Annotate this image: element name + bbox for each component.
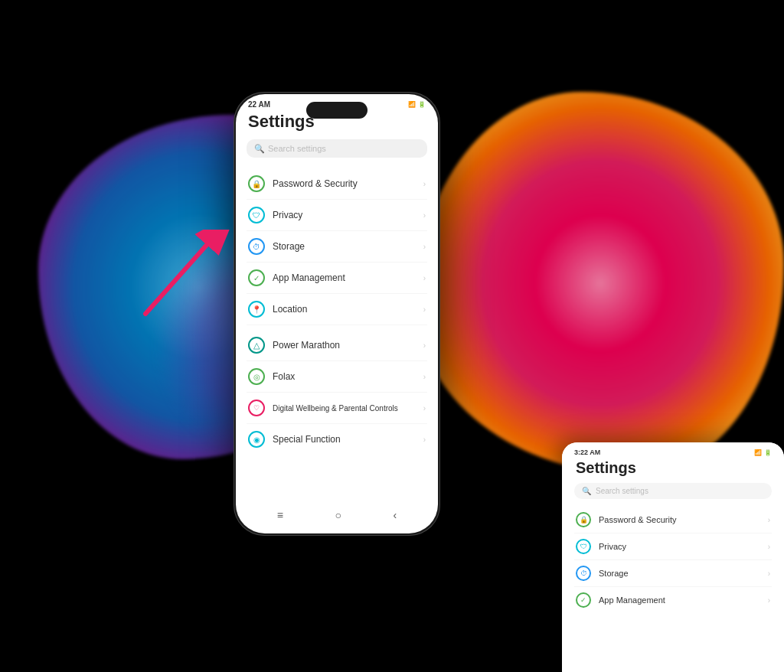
chevron-icon: ›	[423, 305, 426, 314]
phone-screen: 22 AM 📶 🔋 Settings 🔍 Search settings 🔒 P…	[236, 94, 438, 533]
settings-item-digital-wellbeing[interactable]: ♡ Digital Wellbeing & Parental Controls …	[247, 393, 427, 424]
status-time: 22 AM	[248, 100, 270, 109]
chevron-icon: ›	[423, 341, 426, 350]
settings-item-privacy[interactable]: 🛡 Privacy ›	[247, 200, 427, 231]
sec-item-app-management[interactable]: ✓ App Management ›	[574, 587, 772, 613]
phone-nav: ≡ ○ ‹	[236, 504, 438, 526]
search-bar[interactable]: 🔍 Search settings	[247, 139, 427, 158]
arrow-pointer	[138, 230, 230, 321]
privacy-icon: 🛡	[248, 207, 265, 223]
special-function-icon: ◉	[248, 431, 265, 448]
item-label-power-marathon: Power Marathon	[273, 340, 423, 351]
item-label-privacy: Privacy	[273, 210, 423, 220]
sec-label-password: Password & Security	[599, 515, 768, 524]
chevron-icon: ›	[423, 404, 426, 413]
app-management-icon: ✓	[248, 269, 265, 286]
back-button[interactable]: ‹	[394, 509, 397, 521]
item-label-digital-wellbeing: Digital Wellbeing & Parental Controls	[273, 403, 423, 413]
item-label-special-function: Special Function	[273, 434, 423, 445]
chevron-icon: ›	[423, 180, 426, 188]
battery-icon: 🔋	[418, 101, 426, 108]
menu-button[interactable]: ≡	[277, 509, 283, 521]
secondary-battery-icon: 🔋	[764, 449, 772, 456]
phone-notch	[306, 102, 368, 119]
settings-item-special-function[interactable]: ◉ Special Function ›	[247, 424, 427, 455]
sec-item-privacy[interactable]: 🛡 Privacy ›	[574, 533, 772, 560]
secondary-search-bar[interactable]: 🔍 Search settings	[574, 483, 772, 499]
chevron-icon: ›	[423, 274, 426, 282]
sec-chevron: ›	[768, 543, 770, 551]
chevron-icon: ›	[423, 373, 426, 381]
home-button[interactable]: ○	[335, 509, 341, 521]
phone-main: 22 AM 📶 🔋 Settings 🔍 Search settings 🔒 P…	[234, 92, 440, 536]
sec-chevron: ›	[768, 596, 770, 605]
sec-app-mgmt-icon: ✓	[576, 592, 591, 608]
secondary-screen-content: Settings 🔍 Search settings 🔒 Password & …	[562, 459, 784, 613]
secondary-search-icon: 🔍	[582, 487, 591, 495]
item-label-password: Password & Security	[273, 178, 423, 189]
storage-icon: ⏱	[248, 238, 265, 255]
chevron-icon: ›	[423, 435, 426, 444]
secondary-page-title: Settings	[574, 459, 772, 477]
folax-icon: ◎	[248, 368, 265, 385]
phone-secondary: 3:22 AM 📶 🔋 Settings 🔍 Search settings 🔒…	[562, 442, 784, 672]
sec-password-icon: 🔒	[576, 512, 591, 527]
settings-item-app-management[interactable]: ✓ App Management ›	[247, 263, 427, 294]
item-label-location: Location	[273, 304, 423, 315]
power-marathon-icon: △	[248, 337, 265, 354]
secondary-status-bar: 3:22 AM 📶 🔋	[562, 442, 784, 459]
sec-label-storage: Storage	[599, 569, 768, 578]
secondary-wifi-icon: 📶	[754, 449, 762, 456]
item-label-folax: Folax	[273, 371, 423, 382]
digital-wellbeing-icon: ♡	[248, 400, 265, 416]
item-label-app-management: App Management	[273, 272, 423, 283]
sec-label-app-management: App Management	[599, 595, 768, 605]
settings-item-power-marathon[interactable]: △ Power Marathon ›	[247, 330, 427, 361]
sec-item-storage[interactable]: ⏱ Storage ›	[574, 560, 772, 587]
password-icon: 🔒	[248, 175, 265, 192]
sec-label-privacy: Privacy	[599, 542, 768, 551]
sec-privacy-icon: 🛡	[576, 539, 591, 554]
svg-line-1	[145, 245, 207, 314]
chevron-icon: ›	[423, 211, 426, 220]
secondary-status-icons: 📶 🔋	[754, 449, 772, 456]
settings-list: 🔒 Password & Security › 🛡 Privacy › ⏱ St…	[247, 168, 427, 455]
settings-item-folax[interactable]: ◎ Folax ›	[247, 361, 427, 393]
sec-chevron: ›	[768, 569, 770, 578]
secondary-status-time: 3:22 AM	[574, 449, 600, 456]
chevron-icon: ›	[423, 243, 426, 251]
secondary-search-placeholder: Search settings	[596, 487, 648, 495]
phone-body: 22 AM 📶 🔋 Settings 🔍 Search settings 🔒 P…	[234, 92, 440, 536]
settings-item-password[interactable]: 🔒 Password & Security ›	[247, 168, 427, 200]
settings-item-storage[interactable]: ⏱ Storage ›	[247, 231, 427, 263]
pink-splash	[416, 92, 784, 475]
location-icon: 📍	[248, 301, 265, 318]
wifi-icon: 📶	[408, 101, 416, 108]
secondary-settings-list: 🔒 Password & Security › 🛡 Privacy › ⏱ St…	[574, 507, 772, 613]
sec-item-password[interactable]: 🔒 Password & Security ›	[574, 507, 772, 533]
item-label-storage: Storage	[273, 241, 423, 252]
sec-storage-icon: ⏱	[576, 566, 591, 581]
search-icon: 🔍	[254, 144, 263, 153]
sec-chevron: ›	[768, 516, 770, 524]
search-placeholder: Search settings	[268, 144, 326, 153]
status-icons: 📶 🔋	[408, 101, 426, 108]
screen-content: Settings 🔍 Search settings 🔒 Password & …	[236, 112, 438, 455]
settings-item-location[interactable]: 📍 Location ›	[247, 294, 427, 325]
